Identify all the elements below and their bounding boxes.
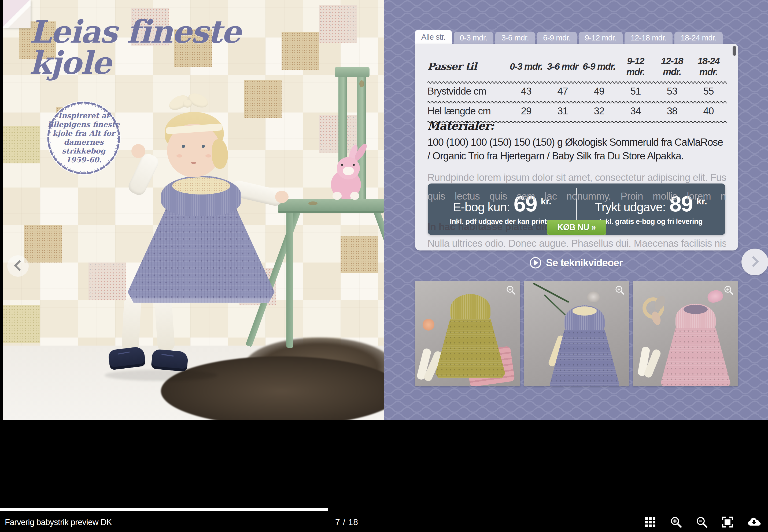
download-button[interactable] bbox=[747, 516, 759, 528]
technique-videos-link[interactable]: Se teknikvideoer bbox=[384, 257, 768, 269]
dress-photo-olive bbox=[435, 294, 505, 378]
badge-line: kjole fra Alt for bbox=[44, 129, 123, 138]
size-tab-alle-str[interactable]: Alle str. bbox=[415, 30, 452, 44]
size-tab-9-12[interactable]: 9-12 mdr. bbox=[579, 32, 623, 44]
dress-photo-pink bbox=[661, 304, 730, 386]
quilt-square bbox=[319, 115, 357, 153]
twig-accessory bbox=[533, 283, 569, 303]
bunny-muzzle bbox=[343, 167, 354, 175]
prev-page-button[interactable] bbox=[7, 255, 29, 277]
next-page-button[interactable] bbox=[741, 249, 768, 275]
table-cell: 29 bbox=[508, 103, 544, 119]
page-curl[interactable] bbox=[3, 0, 31, 28]
pattern-info-panel: Alle str. 0-3 mdr. 3-6 mdr. 6-9 mdr. 9-1… bbox=[384, 0, 768, 420]
zoom-out-button[interactable] bbox=[696, 516, 708, 528]
page-title: Leias fineste kjole bbox=[29, 16, 250, 78]
reading-progress-bar[interactable] bbox=[0, 508, 328, 511]
table-cell: 53 bbox=[654, 83, 690, 100]
thumbnail-olive-dress[interactable] bbox=[415, 281, 520, 386]
table-cell: 31 bbox=[544, 103, 581, 119]
fullscreen-icon bbox=[721, 516, 734, 528]
thumbnail-grid-button[interactable] bbox=[644, 516, 657, 528]
hidden-pattern-text: Nulla ultrices odio. Donec augue. Phasel… bbox=[427, 238, 726, 249]
size-table-header: 9-12 mdr. bbox=[617, 54, 654, 80]
size-table-header: 12-18 mdr. bbox=[654, 54, 690, 80]
size-tab-3-6[interactable]: 3-6 mdr. bbox=[495, 32, 535, 44]
bow-accessory bbox=[587, 291, 600, 302]
scrollbar-thumb[interactable] bbox=[733, 46, 736, 56]
thumbnail-pink-dress[interactable] bbox=[633, 281, 738, 386]
dress-collar bbox=[684, 305, 708, 314]
flipbook-viewer: Leias fineste kjole Inspireret af lillep… bbox=[0, 0, 768, 532]
quilt-square bbox=[24, 225, 62, 263]
bunny-eye bbox=[341, 164, 343, 166]
magnifier-icon[interactable] bbox=[724, 285, 734, 296]
baby-shoe bbox=[151, 349, 188, 372]
technique-videos-label: Se teknikvideoer bbox=[546, 257, 623, 269]
fullscreen-button[interactable] bbox=[721, 516, 734, 528]
buy-now-button[interactable]: KØB NU » bbox=[547, 220, 606, 235]
rust-patch bbox=[359, 80, 364, 87]
badge-line: damernes strikkebog bbox=[44, 138, 123, 156]
hidden-pattern-text: Rundpinde lorem ipsum dolor sit amet, co… bbox=[427, 172, 726, 183]
table-cell: 51 bbox=[617, 83, 654, 100]
rust-patch bbox=[308, 201, 318, 205]
wavy-separator bbox=[427, 100, 727, 103]
baby-eye bbox=[202, 145, 205, 148]
table-cell: 32 bbox=[581, 103, 617, 119]
magnifier-icon[interactable] bbox=[506, 285, 516, 296]
size-tabs: Alle str. 0-3 mdr. 3-6 mdr. 6-9 mdr. 9-1… bbox=[415, 30, 741, 44]
table-cell: 49 bbox=[581, 83, 617, 100]
magnifier-icon[interactable] bbox=[615, 285, 625, 296]
badge-line: Inspireret af bbox=[44, 111, 123, 120]
thumbnail-purple-dress[interactable] bbox=[524, 281, 629, 386]
size-tab-0-3[interactable]: 0-3 mdr. bbox=[454, 32, 493, 44]
grid-icon bbox=[644, 516, 657, 528]
table-cell: 43 bbox=[508, 83, 544, 100]
left-page-photo: Leias fineste kjole Inspireret af lillep… bbox=[3, 0, 384, 420]
headband-bow-knot bbox=[183, 100, 192, 108]
baby-cheek bbox=[176, 154, 182, 158]
baby-hand-right bbox=[275, 191, 289, 203]
knitted-dress bbox=[128, 176, 275, 303]
flower-accessory bbox=[423, 319, 434, 331]
wavy-separator bbox=[427, 80, 727, 83]
badge-text: Inspireret af lillepigens fineste kjole … bbox=[44, 99, 123, 177]
quilt-square bbox=[3, 126, 40, 163]
play-icon bbox=[529, 257, 542, 269]
size-table-header: 18-24 mdr. bbox=[690, 54, 727, 80]
baby-hand-left bbox=[131, 144, 145, 158]
materials-text: 100 (100) 100 (150) 150 (150) g Økologis… bbox=[427, 136, 724, 163]
table-row-label: Hel længde cm bbox=[427, 103, 508, 119]
viewer-bottom-bar: Farverig babystrik preview DK 7 / 18 bbox=[0, 420, 768, 532]
size-table-header: 3-6 mdr bbox=[544, 59, 581, 74]
size-tab-6-9[interactable]: 6-9 mdr. bbox=[537, 32, 577, 44]
bow-accessory bbox=[706, 289, 724, 304]
chair-seat bbox=[278, 199, 384, 211]
table-row-label: Brystvidde cm bbox=[427, 83, 508, 100]
pattern-details-card: Passer til 0-3 mdr. 3-6 mdr 6-9 mdr. 9-1… bbox=[415, 44, 738, 250]
quilt-square bbox=[88, 263, 126, 300]
inspiration-badge: Inspireret af lillepigens fineste kjole … bbox=[44, 99, 123, 177]
baby-eye bbox=[182, 145, 185, 148]
dress-skirt bbox=[550, 330, 620, 386]
bunny-eye bbox=[353, 164, 355, 166]
dress-collar bbox=[172, 177, 230, 194]
size-tab-12-18[interactable]: 12-18 mdr. bbox=[625, 32, 673, 44]
zoom-out-icon bbox=[696, 516, 708, 528]
baby-cheek bbox=[206, 154, 211, 158]
size-table-header: Passer til bbox=[427, 59, 508, 75]
download-icon bbox=[747, 516, 761, 528]
badge-line: 1959-60. bbox=[44, 156, 123, 164]
baby-sock bbox=[154, 297, 175, 351]
size-tab-18-24[interactable]: 18-24 mdr. bbox=[674, 32, 723, 44]
viewer-toolbar bbox=[644, 516, 759, 528]
quilt-square bbox=[341, 236, 378, 273]
bunny-foot bbox=[333, 192, 342, 200]
badge-line: lillepigens fineste bbox=[44, 120, 123, 129]
size-table: Passer til 0-3 mdr. 3-6 mdr 6-9 mdr. 9-1… bbox=[427, 54, 727, 123]
quilt-square bbox=[282, 32, 319, 70]
materials-heading: Materialer: bbox=[427, 119, 494, 132]
quilt-square bbox=[319, 5, 357, 43]
zoom-in-button[interactable] bbox=[670, 516, 682, 528]
